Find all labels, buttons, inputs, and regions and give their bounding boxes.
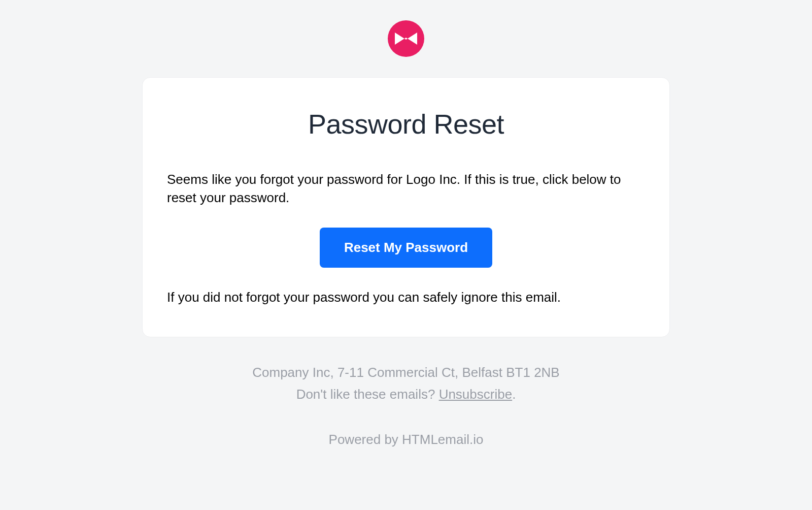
logo-wrapper <box>142 20 670 57</box>
email-footer: Company Inc, 7-11 Commercial Ct, Belfast… <box>142 363 670 450</box>
button-wrapper: Reset My Password <box>167 228 645 268</box>
email-card: Password Reset Seems like you forgot you… <box>142 77 670 337</box>
unsubscribe-prompt: Don't like these emails? <box>296 387 439 402</box>
footer-unsubscribe-line: Don't like these emails? Unsubscribe. <box>142 385 670 404</box>
email-title: Password Reset <box>167 108 645 140</box>
email-container: Password Reset Seems like you forgot you… <box>142 20 670 510</box>
bowtie-logo-icon <box>388 20 424 57</box>
unsubscribe-suffix: . <box>512 387 516 402</box>
unsubscribe-link[interactable]: Unsubscribe <box>439 387 513 402</box>
reset-password-button[interactable]: Reset My Password <box>320 228 492 268</box>
footer-address: Company Inc, 7-11 Commercial Ct, Belfast… <box>142 363 670 382</box>
intro-paragraph: Seems like you forgot your password for … <box>167 170 645 207</box>
footnote-paragraph: If you did not forgot your password you … <box>167 288 645 306</box>
powered-by: Powered by HTMLemail.io <box>142 430 670 450</box>
